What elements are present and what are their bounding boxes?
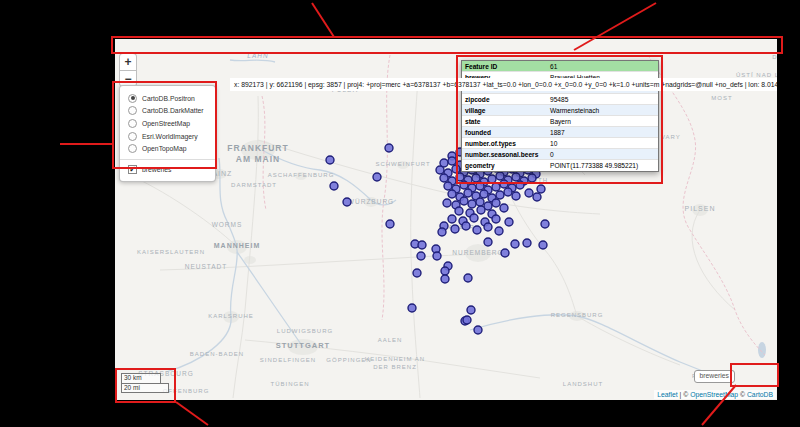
brewery-marker[interactable] — [413, 269, 421, 277]
brewery-marker[interactable] — [448, 190, 456, 198]
brewery-marker[interactable] — [441, 275, 449, 283]
brewery-marker[interactable] — [385, 144, 393, 152]
feature-popup: Feature ID61breweryBrauerei Huettenaddre… — [461, 60, 659, 172]
overlay-option-breweries[interactable]: ✓breweries — [126, 163, 209, 176]
brewery-marker[interactable] — [433, 252, 441, 260]
radio-icon[interactable] — [128, 132, 137, 141]
attribution-link-cartodb[interactable]: CartoDB — [747, 391, 773, 398]
brewery-marker[interactable] — [326, 156, 334, 164]
brewery-marker[interactable] — [462, 222, 470, 230]
overlay-label: breweries — [142, 166, 171, 173]
brewery-marker[interactable] — [523, 239, 531, 247]
scale-control: 30 km 20 mi — [121, 373, 169, 393]
brewery-marker[interactable] — [473, 226, 481, 234]
attribution-text: | © — [678, 391, 690, 398]
base-layer-option-opentopomap[interactable]: OpenTopoMap — [126, 142, 209, 155]
brewery-marker[interactable] — [448, 157, 456, 165]
brewery-marker[interactable] — [525, 189, 533, 197]
brewery-marker[interactable] — [492, 215, 500, 223]
brewery-marker[interactable] — [441, 267, 449, 275]
brewery-marker[interactable] — [438, 228, 446, 236]
brewery-marker[interactable] — [504, 188, 512, 196]
brewery-marker[interactable] — [484, 223, 492, 231]
attribution-link-openstreetmap[interactable]: OpenStreetMap — [690, 391, 738, 398]
brewery-marker[interactable] — [505, 218, 513, 226]
popup-row-founded: founded1887 — [462, 127, 658, 138]
brewery-marker[interactable] — [440, 174, 448, 182]
checkbox-icon[interactable]: ✓ — [128, 165, 137, 174]
brewery-marker[interactable] — [537, 185, 545, 193]
brewery-marker[interactable] — [533, 193, 541, 201]
brewery-marker[interactable] — [463, 316, 471, 324]
brewery-marker[interactable] — [460, 197, 468, 205]
brewery-marker[interactable] — [496, 172, 504, 180]
brewery-marker[interactable] — [476, 198, 484, 206]
base-layer-option-cartodb-positron[interactable]: CartoDB.Positron — [126, 92, 209, 105]
popup-row-geometry: geometryPOINT(11.773388 49.985221) — [462, 160, 658, 171]
base-layer-option-cartodb-darkmatter[interactable]: CartoDB.DarkMatter — [126, 105, 209, 118]
base-layer-option-esri-worldimagery[interactable]: Esri.WorldImagery — [126, 130, 209, 143]
popup-field-value: Warmensteinach — [548, 105, 658, 115]
brewery-marker[interactable] — [528, 174, 536, 182]
brewery-marker[interactable] — [373, 173, 381, 181]
brewery-marker[interactable] — [500, 204, 508, 212]
popup-field-value: 1887 — [548, 127, 658, 137]
radio-icon[interactable] — [128, 94, 137, 103]
brewery-marker[interactable] — [448, 215, 456, 223]
brewery-marker[interactable] — [436, 166, 444, 174]
brewery-marker[interactable] — [492, 199, 500, 207]
brewery-marker[interactable] — [470, 214, 478, 222]
zoom-to-breweries-button[interactable]: breweries — [694, 370, 735, 383]
brewery-marker[interactable] — [464, 274, 472, 282]
brewery-marker[interactable] — [488, 175, 496, 183]
brewery-marker[interactable] — [386, 220, 394, 228]
popup-field-label: Feature ID — [462, 61, 548, 71]
brewery-marker[interactable] — [474, 326, 482, 334]
brewery-marker[interactable] — [476, 182, 484, 190]
zoom-in-button[interactable]: + — [119, 53, 137, 70]
radio-icon[interactable] — [128, 106, 137, 115]
brewery-marker[interactable] — [452, 165, 460, 173]
popup-field-value: 10 — [548, 138, 658, 148]
brewery-marker[interactable] — [417, 252, 425, 260]
brewery-marker[interactable] — [496, 191, 504, 199]
brewery-marker[interactable] — [511, 240, 519, 248]
brewery-marker[interactable] — [444, 182, 452, 190]
brewery-marker[interactable] — [467, 306, 475, 314]
attribution-link-leaflet[interactable]: Leaflet — [657, 391, 677, 398]
brewery-marker[interactable] — [477, 206, 485, 214]
brewery-marker[interactable] — [492, 183, 500, 191]
brewery-marker[interactable] — [456, 173, 464, 181]
brewery-marker[interactable] — [495, 227, 503, 235]
brewery-marker[interactable] — [464, 189, 472, 197]
radio-icon[interactable] — [128, 144, 137, 153]
brewery-marker[interactable] — [460, 181, 468, 189]
radio-icon[interactable] — [128, 119, 137, 128]
popup-field-label: geometry — [462, 160, 548, 171]
brewery-marker[interactable] — [443, 199, 451, 207]
brewery-marker[interactable] — [500, 180, 508, 188]
popup-row-number-of-types: number.of.types10 — [462, 138, 658, 149]
base-layer-option-openstreetmap[interactable]: OpenStreetMap — [126, 117, 209, 130]
brewery-marker[interactable] — [501, 249, 509, 257]
brewery-marker[interactable] — [539, 241, 547, 249]
brewery-marker[interactable] — [472, 174, 480, 182]
brewery-marker[interactable] — [455, 207, 463, 215]
brewery-marker[interactable] — [451, 225, 459, 233]
brewery-marker[interactable] — [343, 198, 351, 206]
popup-field-label: state — [462, 116, 548, 126]
brewery-marker[interactable] — [516, 181, 524, 189]
brewery-marker[interactable] — [512, 192, 520, 200]
brewery-marker[interactable] — [408, 304, 416, 312]
popup-row-village: villageWarmensteinach — [462, 105, 658, 116]
brewery-marker[interactable] — [468, 200, 476, 208]
brewery-marker[interactable] — [541, 220, 549, 228]
brewery-marker[interactable] — [330, 182, 338, 190]
brewery-marker[interactable] — [512, 173, 520, 181]
brewery-marker[interactable] — [480, 190, 488, 198]
brewery-marker[interactable] — [418, 241, 426, 249]
leaflet-map[interactable]: LAHNGIESSENFULDAFRANKFURTAM MAINMAINZASC… — [115, 39, 777, 400]
brewery-marker[interactable] — [484, 238, 492, 246]
annotation-line-topbar-left — [312, 3, 334, 37]
popup-field-value: 0 — [548, 149, 658, 159]
